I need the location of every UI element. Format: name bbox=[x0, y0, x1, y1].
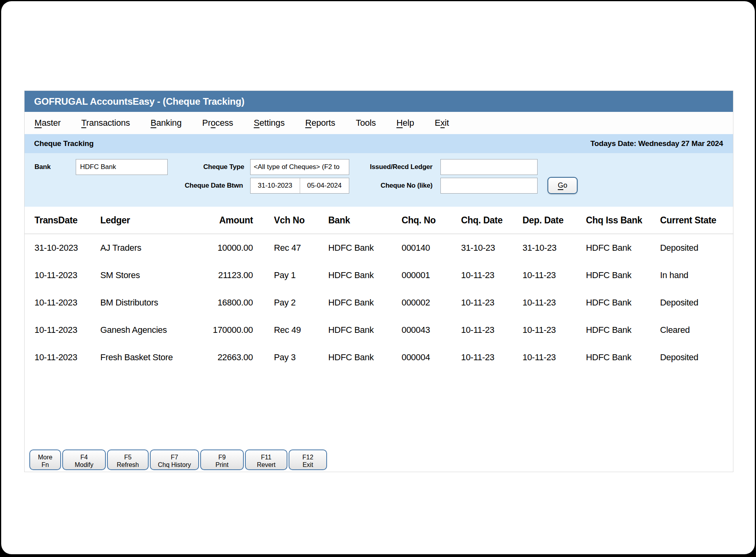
todays-date: Todays Date: Wednesday 27 Mar 2024 bbox=[590, 139, 723, 148]
cell-transdate: 10-11-2023 bbox=[34, 325, 100, 335]
f9-print-button[interactable]: F9Print bbox=[200, 449, 244, 470]
cheque-date-to-input[interactable] bbox=[300, 178, 349, 193]
app-window: GOFRUGAL AccountsEasy - (Cheque Tracking… bbox=[24, 90, 733, 472]
cell-chq-iss-bank: HDFC Bank bbox=[586, 270, 660, 280]
menu-item-help[interactable]: Help bbox=[396, 118, 414, 128]
header-chq-date: Chq. Date bbox=[461, 215, 523, 226]
cell-chq-iss-bank: HDFC Bank bbox=[586, 243, 660, 253]
cell-bank: HDFC Bank bbox=[328, 298, 402, 308]
issued-recd-ledger-input[interactable] bbox=[440, 159, 538, 175]
cell-transdate: 10-11-2023 bbox=[34, 270, 100, 280]
cell-dep-date: 10-11-23 bbox=[523, 352, 586, 363]
cell-current-state: In hand bbox=[660, 270, 733, 280]
cell-transdate: 10-11-2023 bbox=[34, 298, 100, 308]
cell-current-state: Deposited bbox=[660, 352, 733, 363]
bank-label: Bank bbox=[34, 159, 51, 175]
f12-exit-button[interactable]: F12Exit bbox=[289, 449, 327, 470]
cell-transdate: 10-11-2023 bbox=[34, 352, 100, 363]
cell-dep-date: 10-11-23 bbox=[523, 270, 586, 280]
cell-chq-date: 10-11-23 bbox=[461, 298, 523, 308]
cell-amount: 170000.00 bbox=[193, 325, 253, 335]
cell-amount: 22663.00 bbox=[193, 352, 253, 363]
cell-chq-date: 31-10-23 bbox=[461, 243, 523, 253]
cell-vch-no: Pay 2 bbox=[253, 298, 328, 308]
menu-item-master[interactable]: Master bbox=[34, 118, 61, 128]
cell-chq-no: 000002 bbox=[402, 298, 461, 308]
table-row[interactable]: 10-11-2023 SM Stores 21123.00 Pay 1 HDFC… bbox=[25, 261, 733, 289]
cell-amount: 16800.00 bbox=[193, 298, 253, 308]
table-header-row: TransDate Ledger Amount Vch No Bank Chq.… bbox=[25, 207, 733, 234]
header-transdate: TransDate bbox=[34, 215, 100, 226]
f5-refresh-button[interactable]: F5Refresh bbox=[107, 449, 149, 470]
cell-chq-no: 000001 bbox=[402, 270, 461, 280]
cheque-date-btwn-label: Cheque Date Btwn bbox=[155, 178, 243, 194]
cell-vch-no: Rec 47 bbox=[253, 243, 328, 253]
cell-bank: HDFC Bank bbox=[328, 270, 402, 280]
f11-revert-button[interactable]: F11Revert bbox=[245, 449, 287, 470]
menu-item-exit[interactable]: Exit bbox=[434, 118, 449, 128]
header-dep-date: Dep. Date bbox=[523, 215, 586, 226]
menu-item-reports[interactable]: Reports bbox=[305, 118, 335, 128]
cheque-type-label: Cheque Type bbox=[167, 159, 244, 175]
cell-current-state: Deposited bbox=[660, 298, 733, 308]
menu-item-process[interactable]: Process bbox=[202, 118, 233, 128]
function-key-bar: MoreFn F4Modify F5Refresh F7Chq History … bbox=[29, 449, 327, 470]
cell-vch-no: Pay 1 bbox=[253, 270, 328, 280]
status-bar: Cheque Tracking Todays Date: Wednesday 2… bbox=[25, 134, 733, 153]
header-chq-iss-bank: Chq Iss Bank bbox=[586, 215, 660, 226]
more-fn-button[interactable]: MoreFn bbox=[29, 449, 61, 470]
f4-modify-button[interactable]: F4Modify bbox=[62, 449, 106, 470]
f7-chq-history-button[interactable]: F7Chq History bbox=[150, 449, 199, 470]
table-row[interactable]: 10-11-2023 Ganesh Agencies 170000.00 Rec… bbox=[25, 316, 733, 344]
menu-item-settings[interactable]: Settings bbox=[254, 118, 285, 128]
cell-current-state: Cleared bbox=[660, 325, 733, 335]
cell-chq-no: 000043 bbox=[402, 325, 461, 335]
cell-bank: HDFC Bank bbox=[328, 325, 402, 335]
table-row[interactable]: 10-11-2023 BM Distributors 16800.00 Pay … bbox=[25, 289, 733, 316]
cheque-no-input[interactable] bbox=[440, 178, 538, 194]
go-button[interactable]: Go bbox=[547, 177, 578, 194]
cell-transdate: 31-10-2023 bbox=[34, 243, 100, 253]
window-title: GOFRUGAL AccountsEasy - (Cheque Tracking… bbox=[34, 96, 245, 107]
cheque-date-from-input[interactable] bbox=[251, 178, 300, 193]
app-page: GOFRUGAL AccountsEasy - (Cheque Tracking… bbox=[1, 1, 755, 554]
cell-dep-date: 10-11-23 bbox=[523, 298, 586, 308]
cheque-date-range bbox=[250, 178, 349, 194]
cell-chq-date: 10-11-23 bbox=[461, 352, 523, 363]
header-current-state: Current State bbox=[660, 215, 733, 226]
cell-chq-iss-bank: HDFC Bank bbox=[586, 325, 660, 335]
header-ledger: Ledger bbox=[100, 215, 193, 226]
cell-chq-iss-bank: HDFC Bank bbox=[586, 352, 660, 363]
cell-amount: 21123.00 bbox=[193, 270, 253, 280]
cell-chq-iss-bank: HDFC Bank bbox=[586, 298, 660, 308]
header-bank: Bank bbox=[328, 215, 402, 226]
cell-ledger: AJ Traders bbox=[100, 243, 193, 253]
cell-ledger: SM Stores bbox=[100, 270, 193, 280]
issued-recd-ledger-label: Issued/Recd Ledger bbox=[340, 159, 433, 175]
cell-bank: HDFC Bank bbox=[328, 243, 402, 253]
cell-vch-no: Rec 49 bbox=[253, 325, 328, 335]
cell-dep-date: 31-10-23 bbox=[523, 243, 586, 253]
bank-input[interactable] bbox=[76, 159, 168, 175]
filter-panel: Bank Cheque Type Issued/Recd Ledger Cheq… bbox=[25, 153, 733, 207]
menu-bar: Master Transactions Banking Process Sett… bbox=[25, 112, 733, 134]
cell-chq-no: 000004 bbox=[402, 352, 461, 363]
menu-item-tools[interactable]: Tools bbox=[356, 118, 376, 128]
table-row[interactable]: 10-11-2023 Fresh Basket Store 22663.00 P… bbox=[25, 344, 733, 371]
window-title-bar: GOFRUGAL AccountsEasy - (Cheque Tracking… bbox=[25, 91, 733, 112]
cheque-table: TransDate Ledger Amount Vch No Bank Chq.… bbox=[25, 207, 733, 371]
table-row[interactable]: 31-10-2023 AJ Traders 10000.00 Rec 47 HD… bbox=[25, 234, 733, 261]
cheque-no-label: Cheque No (like) bbox=[345, 178, 433, 194]
page-title: Cheque Tracking bbox=[34, 139, 94, 148]
cell-vch-no: Pay 3 bbox=[253, 352, 328, 363]
cell-dep-date: 10-11-23 bbox=[523, 325, 586, 335]
cell-ledger: Fresh Basket Store bbox=[100, 352, 193, 363]
cell-ledger: Ganesh Agencies bbox=[100, 325, 193, 335]
header-chq-no: Chq. No bbox=[402, 215, 461, 226]
cell-chq-no: 000140 bbox=[402, 243, 461, 253]
menu-item-transactions[interactable]: Transactions bbox=[81, 118, 130, 128]
cell-amount: 10000.00 bbox=[193, 243, 253, 253]
header-amount: Amount bbox=[193, 215, 253, 226]
menu-item-banking[interactable]: Banking bbox=[151, 118, 182, 128]
cheque-type-input[interactable] bbox=[250, 159, 349, 175]
